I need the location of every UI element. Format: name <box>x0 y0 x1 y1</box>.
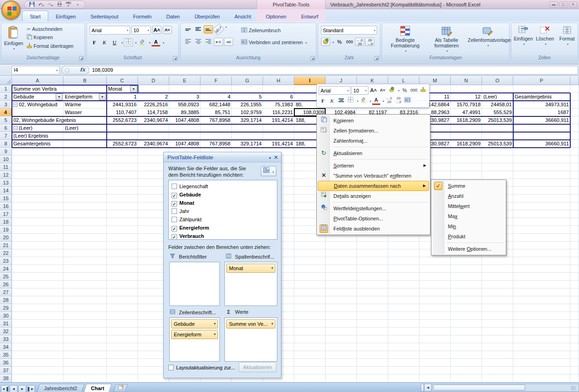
menu-item-produkt[interactable]: Produkt <box>432 231 505 242</box>
ribbon-tab-formeln[interactable]: Formeln <box>126 11 159 22</box>
cell-H4[interactable]: 116,2231 <box>263 109 294 116</box>
customize-qat-icon[interactable]: ▾ <box>74 1 81 8</box>
defer-layout-update[interactable]: Layoutaktualisierung zur... <box>168 365 235 370</box>
align-right-icon[interactable] <box>204 38 213 46</box>
row-header-12[interactable]: 12 <box>0 171 12 179</box>
cell-G5[interactable]: 329,1714 <box>232 116 263 124</box>
number-format-combo[interactable]: Standard▾ <box>321 26 377 35</box>
row-header-5[interactable]: 5 <box>0 116 12 124</box>
increase-decimal-icon[interactable]: ←,0,00 <box>355 38 364 46</box>
cell-B4[interactable]: Wasser <box>63 109 107 116</box>
ribbon-tab-seitenlayout[interactable]: Seitenlayout <box>83 11 126 22</box>
mini-bold-button[interactable]: F <box>319 97 327 105</box>
field-checkbox[interactable] <box>172 217 177 222</box>
prev-sheet-icon[interactable]: ◄ <box>10 385 17 392</box>
name-box[interactable]: I4▾ <box>11 66 60 75</box>
cell-P8[interactable]: 36660,911 <box>513 140 570 148</box>
menu-item-zellen-formatieren-[interactable]: Zellen formatieren... <box>318 126 429 136</box>
column-header-partial[interactable] <box>570 76 579 85</box>
format-painter-button[interactable]: Format übertragen <box>25 42 75 50</box>
field-list-close-icon[interactable]: ✕ <box>274 155 278 160</box>
sheet-tab-jahresbericht2[interactable]: Jahresbericht2 <box>37 384 85 392</box>
cell-G8[interactable]: 329,1714 <box>232 140 263 148</box>
comma-style-button[interactable]: 000 <box>345 38 354 46</box>
fill-color-icon[interactable] <box>138 38 147 46</box>
row-header-26[interactable]: 26 <box>0 281 12 288</box>
cell-E3[interactable]: 958,0923 <box>169 101 201 109</box>
undo-icon[interactable]: ↶▾ <box>37 1 45 8</box>
select-all-corner[interactable] <box>0 76 12 85</box>
mini-decrease-decimal-icon[interactable]: ,00→,0 <box>394 97 402 105</box>
cell-O5[interactable]: 25013,539 <box>482 116 513 124</box>
fx-icon[interactable]: fx <box>80 67 85 73</box>
sheet-tab-chart[interactable]: Chart <box>84 384 112 392</box>
row-header-25[interactable]: 25 <box>0 273 12 281</box>
close-button[interactable]: ✕ <box>569 1 577 8</box>
cell-E8[interactable]: 1047,4808 <box>169 140 201 148</box>
print-icon[interactable] <box>56 1 63 8</box>
cell-P5[interactable]: 36660,911 <box>513 116 570 124</box>
collapse-icon[interactable]: − <box>13 126 17 130</box>
align-top-icon[interactable] <box>183 25 193 34</box>
cell-A6[interactable]: −(Leer) <box>12 124 63 132</box>
menu-item-feldliste-ausblenden[interactable]: Feldliste ausblenden <box>318 224 429 234</box>
menu-item-max[interactable]: Max <box>432 211 505 221</box>
menu-item-mittelwert[interactable]: Mittelwert <box>432 201 505 211</box>
merge-center-button[interactable]: a Verbinden und zentrieren▾ <box>240 39 308 46</box>
paste-button[interactable]: Einfügen▾ <box>4 26 23 52</box>
cell-styles-button[interactable]: Zellenformatvorlagen▾ <box>468 25 507 48</box>
ribbon-tab-entwurf[interactable]: Entwurf <box>294 11 326 22</box>
ribbon-tab-überprüfen[interactable]: Überprüfen <box>187 11 227 22</box>
cell-B6[interactable]: (Leer) <box>63 124 107 132</box>
column-header-N[interactable]: N <box>451 76 482 85</box>
cell-A3[interactable]: −02, Wohngebäud <box>12 101 63 109</box>
cell-A5[interactable]: 02, Wohngebäude Ergebnis <box>12 116 107 124</box>
column-header-A[interactable]: A <box>12 76 63 85</box>
cell-H5[interactable]: 191,4214 <box>263 116 294 124</box>
row-header-6[interactable]: 6 <box>0 124 12 132</box>
column-header-G[interactable]: G <box>232 76 263 85</box>
cell-E2[interactable]: 3 <box>169 93 201 101</box>
cell-C2[interactable]: 1 <box>107 93 138 101</box>
cell-E4[interactable]: 89,3885 <box>169 109 201 116</box>
row-header-19[interactable]: 19 <box>0 226 12 234</box>
row-header-28[interactable]: 28 <box>0 296 12 304</box>
mini-merge-icon[interactable]: a <box>403 97 412 105</box>
grow-font-icon[interactable]: A˄ <box>152 26 161 34</box>
cell-B3[interactable]: Wärme <box>63 101 107 109</box>
cell-O8[interactable]: 25013,539 <box>482 140 513 148</box>
row-header-2[interactable]: 2 <box>0 93 12 101</box>
row-header-21[interactable]: 21 <box>0 242 12 249</box>
field-checkbox[interactable]: ✓ <box>172 201 177 207</box>
cell-F4[interactable]: 85,751 <box>201 109 232 116</box>
cell-C8[interactable]: 2552,6723 <box>107 140 138 148</box>
row-header-11[interactable]: 11 <box>0 163 12 171</box>
borders-icon[interactable] <box>124 38 133 46</box>
mini-shrink-font-icon[interactable]: A˅ <box>378 86 387 95</box>
menu-item-zahlenformat-[interactable]: Zahlenformat... <box>318 136 429 146</box>
cell-G4[interactable]: 102,9759 <box>232 109 263 116</box>
delete-cells-button[interactable]: Löschen▾ <box>534 26 556 47</box>
field-item-gebäude[interactable]: ✓Gebäude <box>170 190 276 199</box>
menu-item-min[interactable]: Min <box>432 221 505 231</box>
ribbon-tab-einfügen[interactable]: Einfügen <box>48 11 83 22</box>
menu-item-daten-zusammenfassen-nach[interactable]: Daten zusammenfassen nach▶ <box>318 181 429 191</box>
office-button[interactable] <box>1 0 21 20</box>
cell-O4[interactable]: 555,529 <box>482 109 513 116</box>
area-pill-gebäude[interactable]: Gebäude <box>171 319 218 329</box>
field-item-zählpunkt[interactable]: Zählpunkt <box>170 215 276 224</box>
column-header-B[interactable]: B <box>63 76 107 85</box>
field-item-verbrauch[interactable]: ✓Verbrauch <box>170 232 276 240</box>
cell-F2[interactable]: 4 <box>201 93 232 101</box>
cell-F8[interactable]: 767,8958 <box>201 140 232 148</box>
menu-item-sortieren[interactable]: Sortieren▶ <box>318 161 429 171</box>
cell-D2[interactable]: 2 <box>138 93 169 101</box>
field-checkbox[interactable]: ✓ <box>172 193 177 198</box>
column-header-H[interactable]: H <box>263 76 294 85</box>
cut-button[interactable]: ✂Ausschneiden <box>25 26 64 32</box>
menu-item-summe[interactable]: ✓Summe <box>432 181 505 191</box>
cell-D3[interactable]: 2226,2516 <box>138 101 169 109</box>
row-header-17[interactable]: 17 <box>0 210 12 218</box>
save-icon[interactable] <box>28 1 35 8</box>
conditional-formatting-button[interactable]: Bedingte Formatierung▾ <box>387 25 424 54</box>
